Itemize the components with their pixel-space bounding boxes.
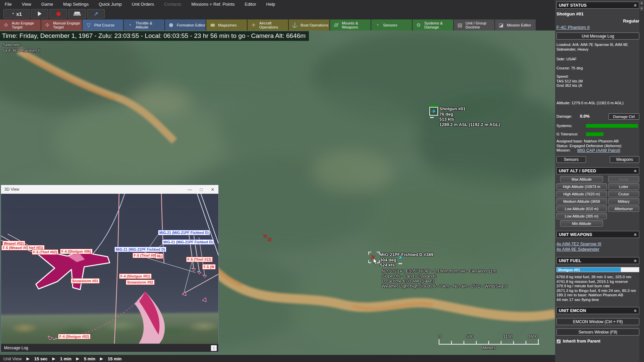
cruise-button[interactable]: Cruise [608,191,639,197]
menu-view[interactable]: View [22,2,31,7]
3d-label-weasel01: F-5 (Weasel #01) [1,245,32,250]
message-log-expand-button[interactable]: ↑ [211,345,217,351]
message-log-bar[interactable]: Message Log ↑ [1,344,218,352]
weapon-sparrow-link[interactable]: 4x AIM-7E2 Sparrow III [556,241,601,246]
max-altitude-button[interactable]: Max Altitude [560,176,603,182]
high-altitude-10973-button[interactable]: High Altitude (10973 m [556,183,607,190]
menu-editor[interactable]: Editor [245,2,256,7]
menu-map-settings[interactable]: Map Settings [63,2,89,7]
aircraft-operations-button[interactable]: ✈ Aircraft Operations [248,19,288,31]
tooltip-terrain-line: Slope 0% - Land: Croplands [382,274,507,279]
menu-file[interactable]: File [5,2,12,7]
afterburner-button[interactable]: Afterburner [608,205,639,212]
unit-fuel-header[interactable]: UNIT FUEL « [556,257,639,264]
menu-unit-orders[interactable]: Unit Orders [132,2,154,7]
play-5min-icon[interactable]: ▶ [76,356,79,361]
app-window: Time: Friday, December 1, 1967 - Zulu: 2… [0,0,644,362]
military-button[interactable]: Military [608,198,639,204]
speed-5min[interactable]: 5 min [84,356,95,361]
menu-game[interactable]: Game [41,2,53,7]
unit-heading-line: 76 deg [439,112,500,117]
low-altitude-610-button[interactable]: Low Altitude (610 m) [556,205,607,212]
scroll-down-button[interactable]: ▼ [639,6,644,11]
sensors-button[interactable]: ◔ Sensors [371,19,412,31]
menu-help[interactable]: Help [266,2,275,7]
medium-altitude-button[interactable]: Medium Altitude (3658 [556,198,607,204]
view-mode-label[interactable]: Unit View [3,356,22,361]
sidebar-scrollbar[interactable]: ▲ ▼ [639,0,644,362]
play-1min-icon[interactable]: ▶ [52,356,55,361]
sensors-panel-button[interactable]: Sensors [556,156,586,163]
unit-shotgun-01-icon[interactable]: ✈ [429,107,438,116]
damage-label: Damage: [556,114,580,119]
auto-engage-target-button[interactable]: ✣ Auto Engage Target [0,19,41,31]
speed-leader-mark [430,117,434,118]
maximize-button[interactable]: □ [196,185,207,194]
low-altitude-305-button[interactable]: Low Altitude (305 m) [556,213,607,219]
menu-contacts: Contacts [164,2,181,7]
formation-editor-button[interactable]: ⬢ Formation Editor [165,19,206,31]
systems-damage-button[interactable]: ⚙ Systems & Damage [413,19,453,31]
speed-15sec[interactable]: 15 sec [34,356,48,361]
airfield-button[interactable] [68,9,86,18]
hover-button: Hover [608,176,639,182]
min-altitude-button[interactable]: Min Altitude [560,220,603,227]
sensors-window-button[interactable]: Sensors Window (F9) [556,328,639,336]
collapse-icon[interactable]: « [633,4,638,7]
manual-engage-target-button[interactable]: ✣ Manual Engage Target [41,19,82,31]
menu-quick-jump[interactable]: Quick Jump [99,2,122,7]
weapons-panel-button[interactable]: Weapons [610,156,639,163]
high-altitude-7620-button[interactable]: High Altitude (7620 m) [556,191,607,197]
main-toolbar: ✣ Auto Engage Target ✣ Manual Engage Tar… [0,19,555,31]
play-15sec-icon[interactable]: ▶ [26,356,30,361]
altitude-text: Altitude: 1279.0 m ASL (1182.0 m AGL) [556,101,639,106]
collapse-icon[interactable]: « [633,233,638,236]
play-button[interactable] [31,9,48,18]
3d-view-titlebar[interactable]: 3D View — □ ✕ [1,185,218,194]
systems-label: Systems: [556,124,586,128]
3d-label-shotgun02: F-4 (Shotgun #02) [58,334,91,339]
speed-1min[interactable]: 1 min [60,356,71,361]
loiter-button[interactable]: Loiter [608,183,639,190]
status-text: Status: Engaged Defensive (Airborne) [556,143,639,148]
fuel-details: 6760.8 kg total fuel, 38 min 3 sec, 325.… [556,275,639,302]
time-compression-button[interactable]: ◔ x1 [3,9,30,18]
play-15min-icon[interactable]: ▶ [100,356,103,361]
speed-tas: TAS 512 kts (M [556,79,639,84]
close-button[interactable]: ✕ [207,185,218,194]
mission-link[interactable]: MIG CAP (AAW Patrol) [577,148,621,153]
weapon-sidewinder-link[interactable]: 4x AIM-9E Sidewinder [556,247,599,252]
scroll-up-button[interactable]: ▲ [639,0,644,6]
scale-tick-label: 1100 [503,334,513,339]
unit-weapons-header[interactable]: UNIT WEAPONS « [556,231,639,238]
mounts-weapons-button[interactable]: /// Mounts & Weapons [330,19,371,31]
clock-icon: ◔ [11,11,14,16]
unit-alt-speed-header[interactable]: UNIT ALT / SPEED « [556,167,639,174]
inherit-from-parent-checkbox[interactable]: ✓ [556,339,561,344]
minimize-button[interactable]: — [184,185,196,194]
aircraft-type-link[interactable]: F-4C Phantom II [556,25,639,30]
mission-editor-button[interactable]: ◪ Mission Editor [495,19,536,31]
menu-missions-ref-points[interactable]: Missions + Ref. Points [192,2,235,7]
unit-message-log-button[interactable]: Unit Message Log [556,33,639,40]
mission-label: Mission: [556,148,577,153]
airfield-icon [73,12,81,16]
scale-tick-label: 1600 [528,334,538,339]
plot-course-button[interactable]: ▽ Plot Course [83,19,123,31]
collapse-icon[interactable]: « [633,309,638,312]
speed-block: Speed: TAS 512 kts (M Gnd 362 kts (A [556,74,639,88]
collapse-icon[interactable]: « [633,170,638,172]
boat-operations-button[interactable]: ⚓ Boat Operations [289,19,329,31]
unit-group-doctrine-button[interactable]: ▤ Unit / Group Doctrine [454,19,494,31]
damage-ctrl-button[interactable]: Damage Ctrl [608,113,639,120]
speed-15min[interactable]: 15 min [108,356,121,361]
throttle-altitude-button[interactable]: ◔ Throttle & Altitude [124,19,164,31]
unit-status-header[interactable]: UNIT STATUS « [556,2,639,9]
unit-emcon-header[interactable]: UNIT EMCON « [556,307,639,314]
jump-to-button[interactable]: ↗ [87,9,105,18]
emcon-window-button[interactable]: EMCON Window (Ctrl + F9) [556,318,639,325]
magazines-button[interactable]: ▮▮▮ Magazines [206,19,247,31]
collapse-icon[interactable]: « [633,259,638,262]
scale-tick-label: 500 [466,334,474,339]
record-button[interactable] [50,9,67,18]
